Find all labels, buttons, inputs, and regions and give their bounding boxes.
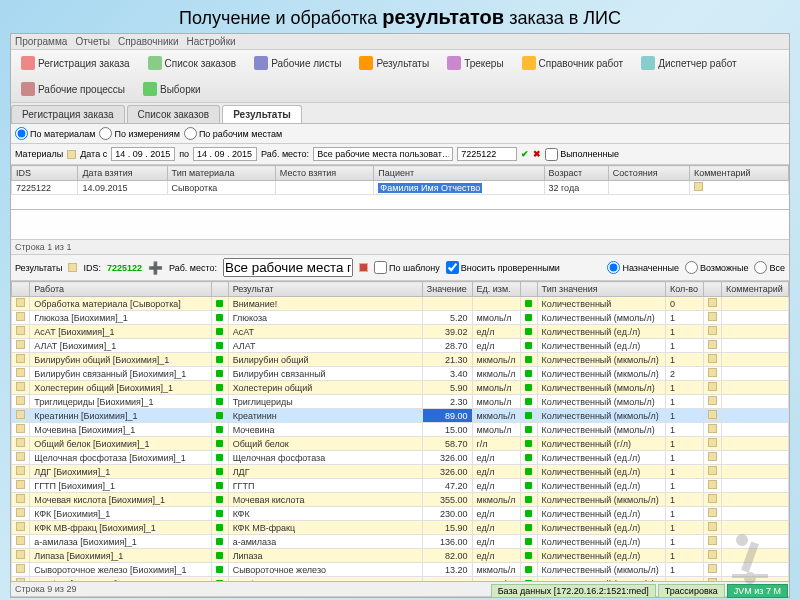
done-checkbox[interactable]: Выполненные: [545, 148, 619, 161]
result-row[interactable]: Билирубин связанный [Биохимия]_1Билируби…: [12, 367, 789, 381]
col-header[interactable]: Комментарий: [689, 166, 788, 181]
result-row[interactable]: Сывороточное железо [Биохимия]_1Сыворото…: [12, 563, 789, 577]
col-header[interactable]: Место взятия: [275, 166, 374, 181]
menu-Отчеты[interactable]: Отчеты: [75, 36, 110, 47]
col-header[interactable]: IDS: [12, 166, 78, 181]
result-row[interactable]: а-амилаза [Биохимия]_1а-амилаза136.00ед/…: [12, 535, 789, 549]
toolbar-ico-sheet[interactable]: Рабочие листы: [248, 53, 347, 73]
col-header[interactable]: [12, 282, 30, 297]
result-row[interactable]: Триглицериды [Биохимия]_1Триглицериды2.3…: [12, 395, 789, 409]
col-header[interactable]: Тип значения: [537, 282, 665, 297]
status-db: База данных [172.20.16.2:1521:med]: [491, 584, 656, 598]
col-header[interactable]: Ед. изм.: [472, 282, 521, 297]
col-header[interactable]: Результат: [228, 282, 422, 297]
result-row[interactable]: Глюкоза [Биохимия]_1Глюкоза5.20ммоль/лКо…: [12, 311, 789, 325]
apply-icon[interactable]: ✔: [521, 149, 529, 159]
subtab-По измерениям[interactable]: По измерениям: [99, 127, 179, 140]
toolbar-ico-trk[interactable]: Трекеры: [441, 53, 509, 73]
result-row[interactable]: АЛАТ [Биохимия]_1АЛАТ28.70ед/лКоличестве…: [12, 339, 789, 353]
result-row[interactable]: КФК МВ-фракц [Биохимия]_1КФК МВ-фракц15.…: [12, 521, 789, 535]
ico-sel-icon: [143, 82, 157, 96]
result-row[interactable]: Липаза [Биохимия]_1Липаза82.00ед/лКоличе…: [12, 549, 789, 563]
tab-0[interactable]: Регистрация заказа: [11, 105, 125, 123]
col-header[interactable]: [521, 282, 537, 297]
status-trace[interactable]: Трассировка: [658, 584, 725, 598]
menubar: ПрограммаОтчетыСправочникиНастройки: [11, 34, 789, 50]
label-materials: Материалы: [15, 149, 63, 159]
col-header[interactable]: Тип материала: [167, 166, 275, 181]
col-header[interactable]: Состояния: [608, 166, 689, 181]
col-header[interactable]: [703, 282, 721, 297]
workplace-select-2[interactable]: [223, 258, 353, 277]
clear-icon[interactable]: ✖: [533, 149, 541, 159]
col-header[interactable]: [212, 282, 228, 297]
col-header[interactable]: Комментарий: [722, 282, 789, 297]
toolbar-ico-ref[interactable]: Справочник работ: [516, 53, 630, 73]
result-row[interactable]: ГГТП [Биохимия]_1ГГТП47.20ед/лКоличестве…: [12, 479, 789, 493]
label-date-from: Дата с: [80, 149, 107, 159]
menu-Справочники[interactable]: Справочники: [118, 36, 179, 47]
result-row[interactable]: Щелочная фосфотаза [Биохимия]_1Щелочная …: [12, 451, 789, 465]
label-ids: IDS:: [83, 263, 101, 273]
toolbar-ico-reg[interactable]: Регистрация заказа: [15, 53, 136, 73]
col-header[interactable]: Значение: [422, 282, 472, 297]
result-row[interactable]: Билирубин общий [Биохимия]_1Билирубин об…: [12, 353, 789, 367]
date-to-input[interactable]: [193, 147, 257, 161]
result-row[interactable]: АсАТ [Биохимия]_1АсАТ39.02ед/лКоличестве…: [12, 325, 789, 339]
toolbar-ico-sel[interactable]: Выборки: [137, 79, 207, 99]
result-row[interactable]: Мочевина [Биохимия]_1Мочевина15.00ммоль/…: [12, 423, 789, 437]
ico-ref-icon: [522, 56, 536, 70]
ids-input[interactable]: [457, 147, 517, 161]
ico-disp-icon: [641, 56, 655, 70]
radio-all[interactable]: Все: [754, 261, 785, 274]
verified-checkbox[interactable]: Вносить проверенными: [446, 261, 560, 274]
status-bar: База данных [172.20.16.2:1521:med] Трасс…: [491, 584, 788, 598]
result-row[interactable]: Креатинин [Биохимия]_1Креатинин89.00мкмо…: [12, 409, 789, 423]
col-header[interactable]: Работа: [30, 282, 212, 297]
toolbar-ico-disp[interactable]: Диспетчер работ: [635, 53, 742, 73]
col-header[interactable]: Дата взятия: [78, 166, 167, 181]
label-to: по: [179, 149, 189, 159]
workplace-select[interactable]: [313, 147, 453, 161]
filter-bar-1: Материалы Дата с по Раб. место: ✔ ✖ Выпо…: [11, 144, 789, 165]
col-header[interactable]: Пациент: [374, 166, 544, 181]
ids-value: 7225122: [107, 263, 142, 273]
subtab-По материалам[interactable]: По материалам: [15, 127, 95, 140]
toolbar-ico-proc[interactable]: Рабочие процессы: [15, 79, 131, 99]
result-row[interactable]: ЛДГ [Биохимия]_1ЛДГ326.00ед/лКоличествен…: [12, 465, 789, 479]
template-checkbox[interactable]: По шаблону: [374, 261, 440, 274]
title-big: результатов: [382, 6, 504, 28]
tab-1[interactable]: Список заказов: [127, 105, 221, 123]
flag-icon[interactable]: [359, 263, 368, 272]
materials-grid[interactable]: IDSДата взятияТип материалаМесто взятияП…: [11, 165, 789, 210]
add-icon[interactable]: ➕: [148, 261, 163, 275]
col-header[interactable]: Кол-во: [666, 282, 704, 297]
label-workplace-2: Раб. место:: [169, 263, 217, 273]
results-picker-icon[interactable]: [68, 263, 77, 272]
result-row[interactable]: Холестерин общий [Биохимия]_1Холестерин …: [12, 381, 789, 395]
ico-res-icon: [359, 56, 373, 70]
filter-bar-2: Результаты IDS: 7225122 ➕ Раб. место: По…: [11, 255, 789, 281]
ico-sheet-icon: [254, 56, 268, 70]
subtab-По рабочим местам[interactable]: По рабочим местам: [184, 127, 282, 140]
menu-Настройки[interactable]: Настройки: [187, 36, 236, 47]
ico-list-icon: [148, 56, 162, 70]
result-row[interactable]: Общий белок [Биохимия]_1Общий белок58.70…: [12, 437, 789, 451]
col-header[interactable]: Возраст: [544, 166, 608, 181]
materials-picker-icon[interactable]: [67, 150, 76, 159]
tab-2[interactable]: Результаты: [222, 105, 302, 123]
result-row[interactable]: КФК [Биохимия]_1КФК230.00ед/лКоличествен…: [12, 507, 789, 521]
label-workplace: Раб. место:: [261, 149, 309, 159]
menu-Программа[interactable]: Программа: [15, 36, 67, 47]
date-from-input[interactable]: [111, 147, 175, 161]
radio-assigned[interactable]: Назначенные: [607, 261, 678, 274]
app-window: ПрограммаОтчетыСправочникиНастройки Реги…: [10, 33, 790, 598]
radio-possible[interactable]: Возможные: [685, 261, 749, 274]
result-row[interactable]: Обработка материала [Сыворотка]Внимание!…: [12, 297, 789, 311]
result-row[interactable]: Мочевая кислота [Биохимия]_1Мочевая кисл…: [12, 493, 789, 507]
results-grid[interactable]: РаботаРезультатЗначениеЕд. изм.Тип значе…: [11, 281, 789, 582]
svg-rect-3: [732, 574, 768, 578]
toolbar-ico-list[interactable]: Список заказов: [142, 53, 243, 73]
toolbar-ico-res[interactable]: Результаты: [353, 53, 435, 73]
table-row[interactable]: 722512214.09.2015СывороткаФамилия Имя От…: [12, 181, 789, 195]
